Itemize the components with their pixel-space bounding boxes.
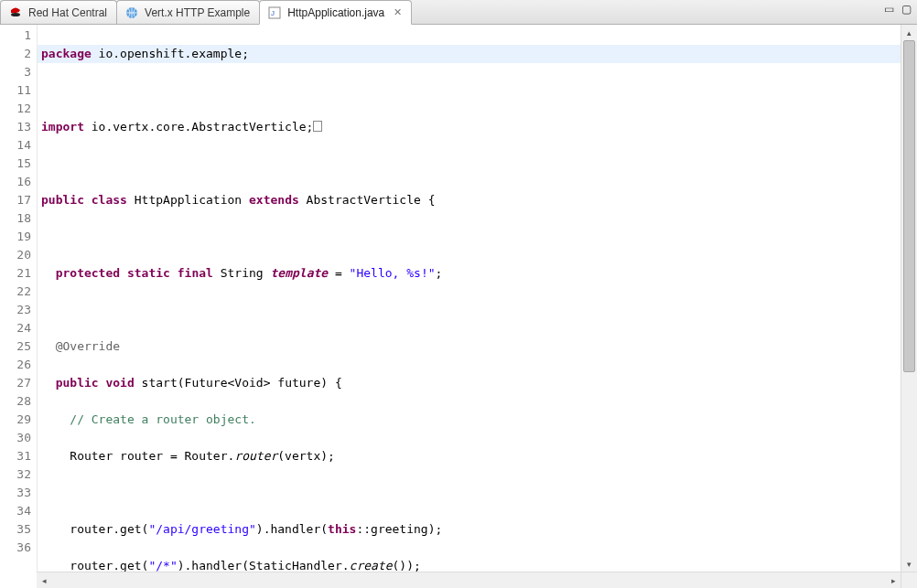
code-text: ).handler(StaticHandler. [178, 559, 350, 572]
string: "Hello, %s!" [350, 266, 436, 280]
code-text: start(Future<Void> future) { [135, 376, 342, 390]
code-body[interactable]: package io.openshift.example; import io.… [38, 25, 901, 572]
code-text: = [328, 266, 349, 280]
code-line[interactable] [38, 81, 901, 100]
code-text: router.get( [70, 522, 148, 536]
keyword: extends [249, 193, 299, 207]
line-number: 21 [0, 264, 37, 283]
line-number: 32 [0, 465, 37, 484]
line-number: 1 [0, 27, 37, 45]
code-line[interactable]: @Override [38, 337, 901, 356]
keyword: void [105, 376, 134, 390]
code-line[interactable]: Router router = Router.router(vertx); [38, 447, 901, 465]
line-number: 34 [0, 502, 37, 520]
line-number: 31 [0, 447, 37, 465]
gutter: 1 2 3 11 12 13 14 15 16 17 18 19 20 21 2… [0, 25, 38, 572]
code-line[interactable]: public void start(Future<Void> future) { [38, 374, 901, 392]
method: router [234, 449, 277, 463]
code-line[interactable]: protected static final String template =… [38, 264, 901, 283]
line-number: 19 [0, 228, 37, 246]
method: create [350, 559, 393, 572]
string: "/api/greeting" [148, 522, 255, 536]
tab-http-application[interactable]: J HttpApplication.java ✕ [259, 0, 412, 25]
code-text: ).handler( [256, 522, 328, 536]
editor-area: 1 2 3 11 12 13 14 15 16 17 18 19 20 21 2… [0, 25, 917, 588]
field: template [271, 266, 329, 280]
line-number: 3 [0, 63, 37, 81]
code-line[interactable]: import io.vertx.core.AbstractVerticle; [38, 118, 901, 136]
annotation: @Override [56, 339, 120, 353]
code-line[interactable] [38, 228, 901, 246]
scroll-left-icon[interactable]: ◂ [37, 572, 52, 588]
code-text: ()); [393, 559, 421, 572]
line-number: 33 [0, 484, 37, 502]
line-number: 26 [0, 356, 37, 374]
vertical-scrollbar[interactable]: ▴ ▾ [901, 25, 917, 572]
keyword: static [127, 266, 170, 280]
code-line[interactable]: router.get("/*").handler(StaticHandler.c… [38, 557, 901, 572]
keyword: public [41, 193, 84, 207]
line-number: 11 [0, 81, 37, 100]
line-number: 29 [0, 411, 37, 429]
editor-window: Red Hat Central Vert.x HTTP Example J Ht… [0, 0, 917, 588]
line-number: 28 [0, 392, 37, 411]
line-number: 20 [0, 246, 37, 264]
keyword: package [41, 47, 92, 60]
line-number: 25 [0, 337, 37, 356]
tab-vertx-example[interactable]: Vert.x HTTP Example [116, 0, 260, 24]
line-number: 35 [0, 520, 37, 539]
line-number: 22 [0, 283, 37, 301]
scroll-right-icon[interactable]: ▸ [886, 572, 901, 588]
code-text: HttpApplication [127, 193, 249, 207]
svg-point-0 [11, 13, 20, 16]
fold-indicator-icon[interactable] [313, 121, 322, 132]
line-number: 36 [0, 539, 37, 557]
keyword: final [178, 266, 213, 280]
editor-scroll-pane: 1 2 3 11 12 13 14 15 16 17 18 19 20 21 2… [0, 25, 917, 572]
code-line[interactable]: router.get("/api/greeting").handler(this… [38, 520, 901, 539]
pane-controls: ▭ ▢ [884, 3, 912, 16]
code-line[interactable]: public class HttpApplication extends Abs… [38, 191, 901, 209]
line-number: 30 [0, 429, 37, 447]
line-number: 15 [0, 155, 37, 173]
scroll-up-icon[interactable]: ▴ [901, 25, 917, 40]
svg-text:J: J [271, 9, 275, 17]
line-number: 24 [0, 319, 37, 337]
code-text: String [213, 266, 271, 280]
code-line[interactable] [38, 155, 901, 173]
line-number: 16 [0, 173, 37, 191]
code-text: AbstractVerticle { [299, 193, 436, 207]
line-number: 13 [0, 118, 37, 136]
code-line[interactable]: // Create a router object. [38, 411, 901, 429]
code-text: io.openshift.example; [92, 47, 249, 60]
code-text: ::greeting); [356, 522, 442, 536]
line-number: 14 [0, 136, 37, 155]
close-icon[interactable]: ✕ [394, 6, 402, 18]
code-text: ; [436, 266, 443, 280]
globe-icon [124, 5, 139, 20]
minimize-button[interactable]: ▭ [884, 3, 894, 16]
tab-label: Red Hat Central [28, 6, 107, 19]
keyword: this [328, 522, 356, 536]
code-text: router.get( [70, 559, 148, 572]
line-number: 12 [0, 100, 37, 118]
maximize-button[interactable]: ▢ [901, 3, 912, 16]
line-number: 18 [0, 209, 37, 228]
scroll-track[interactable] [901, 40, 917, 556]
code-line[interactable] [38, 484, 901, 502]
code-text: Router router = Router. [70, 449, 234, 463]
tab-red-hat-central[interactable]: Red Hat Central [0, 0, 117, 24]
red-hat-icon [8, 5, 23, 20]
keyword: class [92, 193, 127, 207]
keyword: protected [56, 266, 120, 280]
line-number: 17 [0, 191, 37, 209]
tab-label: HttpApplication.java [287, 6, 384, 19]
scroll-track[interactable] [52, 572, 886, 588]
scroll-down-icon[interactable]: ▾ [901, 556, 917, 572]
code-line[interactable] [38, 301, 901, 319]
horizontal-scrollbar[interactable]: ◂ ▸ [37, 572, 901, 588]
scroll-thumb[interactable] [903, 40, 915, 372]
code-line[interactable]: package io.openshift.example; [38, 45, 901, 63]
comment: // Create a router object. [70, 412, 256, 426]
string: "/*" [148, 559, 177, 572]
